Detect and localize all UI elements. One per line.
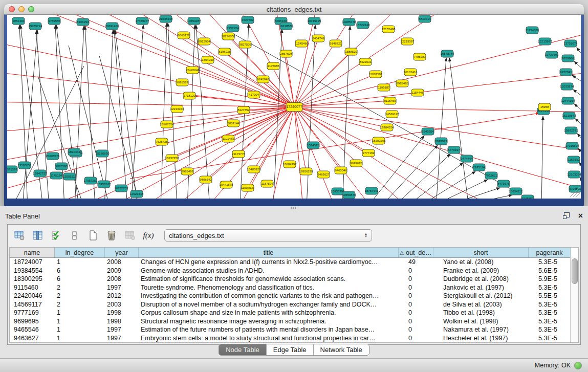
graph-node[interactable]: 22420046 xyxy=(186,67,200,74)
graph-edge[interactable] xyxy=(575,119,581,125)
graph-edge[interactable] xyxy=(7,102,294,107)
graph-node[interactable]: 13751074 xyxy=(564,40,578,47)
graph-node[interactable]: 9227341 xyxy=(560,69,572,76)
graph-node[interactable]: 9097588 xyxy=(55,163,68,170)
graph-node[interactable]: 9242848 xyxy=(257,76,269,83)
zoom-window-icon[interactable] xyxy=(28,6,34,12)
table-row[interactable]: 969969511998Structural magnetic resonanc… xyxy=(10,317,578,326)
graph-node[interactable]: 9699695 xyxy=(350,160,362,167)
table-cell[interactable]: Investigating the contribution of common… xyxy=(139,292,406,299)
table-cell[interactable]: 0 xyxy=(406,301,441,308)
tab-node-table[interactable]: Node Table xyxy=(219,344,267,355)
float-panel-icon[interactable] xyxy=(563,212,571,220)
graph-node[interactable]: 1101483 xyxy=(222,135,234,142)
delete-table-icon[interactable] xyxy=(124,230,136,241)
graph-edge[interactable] xyxy=(85,26,95,199)
graph-node[interactable]: 1588520 xyxy=(345,48,357,55)
delete-column-icon[interactable] xyxy=(106,230,117,241)
graph-node[interactable]: 25160650 xyxy=(96,150,110,157)
table-cell[interactable]: 0 xyxy=(406,292,441,299)
graph-node[interactable]: 16210643 xyxy=(562,112,576,119)
table-cell[interactable]: Jankovic et al. (1997) xyxy=(441,284,536,291)
graph-node[interactable]: 2867608 xyxy=(280,50,292,57)
table-cell[interactable]: 14569117 xyxy=(10,301,55,308)
scrollbar-thumb[interactable] xyxy=(572,258,578,284)
new-column-icon[interactable] xyxy=(88,230,99,241)
graph-node[interactable]: 19737493 xyxy=(545,51,559,58)
graph-edge[interactable] xyxy=(577,134,581,140)
graph-node[interactable]: 3175685 xyxy=(267,62,279,70)
table-cell[interactable]: 22420046 xyxy=(10,292,55,299)
graph-node[interactable]: 16102416 xyxy=(404,69,418,76)
graph-node[interactable]: 9245652 xyxy=(521,195,534,199)
graph-node[interactable]: 8454749 xyxy=(312,35,324,42)
graph-node[interactable]: 11007593 xyxy=(369,71,383,78)
table-cell[interactable]: Dudbridge et al. (2008) xyxy=(441,275,536,282)
tab-edge-table[interactable]: Edge Table xyxy=(267,344,314,355)
graph-node[interactable]: 8660128 xyxy=(178,32,190,39)
column-header-out_de[interactable]: △out_de… xyxy=(399,248,433,257)
graph-edge[interactable] xyxy=(294,101,390,107)
table-row[interactable]: 1872400712008Changes of HCN gene express… xyxy=(10,258,578,267)
graph-node[interactable]: 7485083 xyxy=(413,53,426,60)
graph-node[interactable]: 1534575 xyxy=(307,142,319,149)
graph-edge[interactable] xyxy=(294,38,318,107)
table-cell[interactable]: Corpus callosum shape and size in male p… xyxy=(139,309,406,316)
graph-node[interactable]: 13942757 xyxy=(33,170,47,177)
table-cell[interactable]: 2 xyxy=(55,301,105,308)
graph-edge[interactable] xyxy=(541,116,543,199)
graph-node[interactable]: 21035348 xyxy=(159,15,173,23)
memory-indicator-icon[interactable] xyxy=(574,362,582,369)
graph-edge[interactable] xyxy=(7,107,294,194)
table-cell[interactable]: 2003 xyxy=(105,301,139,308)
table-row[interactable]: 977716911998Corpus callosum shape and si… xyxy=(10,309,578,317)
graph-node[interactable]: 1891343 xyxy=(68,148,80,156)
vertical-scrollbar[interactable] xyxy=(570,257,578,342)
stacked-view-icon[interactable] xyxy=(69,230,80,241)
graph-edge[interactable] xyxy=(574,61,581,69)
graph-node[interactable]: 11007537 xyxy=(241,184,255,191)
table-cell[interactable]: Genome-wide association studies in ADHD. xyxy=(139,267,406,274)
graph-edge[interactable] xyxy=(294,107,387,127)
graph-node[interactable]: 13505115 xyxy=(63,173,77,180)
graph-node[interactable]: 8995493 xyxy=(181,168,193,175)
graph-node[interactable]: 1145194 xyxy=(50,172,62,179)
graph-node[interactable]: 12219387 xyxy=(401,38,415,45)
column-header-in_degree[interactable]: in_degree xyxy=(55,248,105,257)
table-row[interactable]: 946362711997Embryonic stem cells: a mode… xyxy=(10,334,578,343)
graph-node[interactable]: 9806542 xyxy=(200,176,212,183)
table-cell[interactable]: 9115460 xyxy=(10,284,55,291)
graph-node[interactable]: 20691406 xyxy=(105,23,119,30)
table-cell[interactable]: 9465546 xyxy=(10,326,55,333)
graph-node[interactable]: 1187594 xyxy=(261,180,273,187)
graph-node[interactable]: 8995495 xyxy=(396,80,408,87)
table-cell[interactable]: 1997 xyxy=(105,284,139,291)
graph-edge[interactable] xyxy=(161,23,167,199)
table-cell[interactable]: 2012 xyxy=(105,292,139,299)
table-cell[interactable]: Changes of HCN gene expression and I(f) … xyxy=(139,258,406,266)
graph-edge[interactable] xyxy=(574,104,581,111)
graph-node[interactable]: 12923448 xyxy=(130,190,144,198)
graph-node[interactable]: 15722248 xyxy=(356,21,370,29)
close-panel-icon[interactable]: × xyxy=(578,212,583,220)
graph-node[interactable]: 1654339 xyxy=(202,56,214,63)
table-cell[interactable]: Tibbo et al. (1998) xyxy=(441,309,536,316)
table-cell[interactable]: Stergiakouli et al. (2012) xyxy=(441,292,536,299)
graph-node[interactable]: 19559879 xyxy=(342,191,356,199)
graph-edge[interactable] xyxy=(431,180,488,199)
graph-node[interactable]: 9827509 xyxy=(239,41,251,48)
table-cell[interactable]: Tourette syndrome. Phenomenology and cla… xyxy=(139,284,406,291)
graph-node[interactable]: 8938923 xyxy=(435,138,447,145)
graph-node[interactable]: 9474444 xyxy=(461,155,473,162)
graph-node[interactable]: 1167533 xyxy=(568,156,580,163)
graph-node[interactable]: 14085778 xyxy=(342,18,356,26)
graph-node[interactable]: 16648784 xyxy=(441,50,454,57)
table-cell[interactable]: Nakamura et al. (1997) xyxy=(441,326,536,333)
graph-node[interactable]: 15485929 xyxy=(247,166,261,173)
graph-node[interactable]: 29055724 xyxy=(29,23,42,30)
graph-node[interactable]: 17240077 xyxy=(286,103,302,112)
table-cell[interactable]: 0 xyxy=(406,275,441,282)
graph-node[interactable]: 11545460 xyxy=(295,40,309,47)
table-cell[interactable]: Embryonic stem cells: a model to study s… xyxy=(139,335,406,342)
table-cell[interactable]: 6 xyxy=(55,275,105,282)
